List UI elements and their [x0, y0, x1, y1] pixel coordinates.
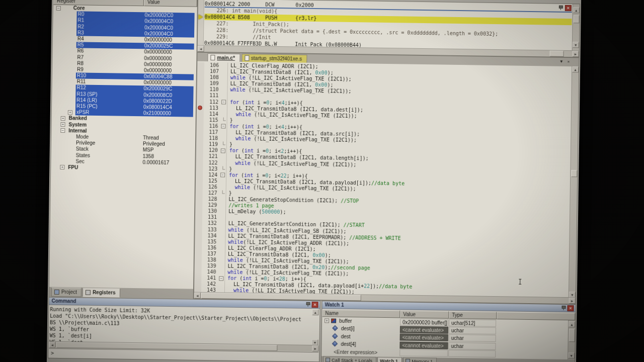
tab-startup-s[interactable]: startup_stm32f401xe.s: [242, 54, 307, 63]
tab-watch-1[interactable]: Watch 1: [377, 357, 402, 362]
scroll-up-icon[interactable]: ▲: [573, 7, 580, 13]
breakpoint-gutter[interactable]: [197, 105, 204, 111]
breakpoint-gutter[interactable]: [196, 135, 203, 141]
breakpoint-gutter[interactable]: [195, 232, 202, 238]
scrollbar-thumb[interactable]: [550, 51, 564, 57]
tree-expand-icon[interactable]: −: [56, 6, 61, 10]
register-group-label: Core: [73, 5, 85, 12]
scroll-left-icon[interactable]: ◄: [49, 342, 55, 348]
fold-gutter: −: [220, 172, 226, 178]
scroll-down-icon[interactable]: ▼: [568, 352, 575, 358]
scroll-right-icon[interactable]: ►: [572, 51, 579, 57]
fold-collapse-icon[interactable]: −: [221, 124, 225, 129]
breakpoint-icon[interactable]: [198, 106, 202, 110]
close-icon[interactable]: ×: [567, 305, 574, 311]
pin-icon[interactable]: [560, 305, 566, 311]
watch-value-cell[interactable]: 0x20000020 buffer[] "": [400, 318, 448, 326]
watch-type-cell[interactable]: uchar: [448, 342, 496, 349]
tab-main-c[interactable]: main.c*: [207, 53, 240, 62]
close-document-icon[interactable]: ×: [568, 59, 570, 64]
breakpoint-gutter[interactable]: [195, 226, 202, 232]
breakpoint-gutter[interactable]: [196, 123, 203, 129]
breakpoint-gutter[interactable]: [195, 257, 202, 263]
tree-expand-icon[interactable]: +: [60, 122, 65, 127]
breakpoint-gutter[interactable]: [195, 214, 202, 220]
breakpoint-gutter[interactable]: [195, 238, 202, 244]
tab-registers[interactable]: Registers: [83, 288, 120, 298]
breakpoint-gutter[interactable]: [195, 263, 202, 269]
value-column-header[interactable]: Value: [400, 310, 449, 318]
fold-collapse-icon[interactable]: −: [220, 173, 225, 177]
tab-project[interactable]: Project: [51, 288, 82, 297]
disassembly-margin[interactable]: [198, 0, 204, 46]
watch-type-cell[interactable]: uchar: [449, 334, 496, 342]
tab-list-chevron-icon[interactable]: ▼: [559, 59, 564, 64]
scrollbar-thumb[interactable]: [571, 170, 577, 177]
breakpoint-gutter[interactable]: [195, 245, 202, 251]
scrollbar-thumb[interactable]: [573, 15, 579, 23]
breakpoint-gutter[interactable]: [197, 80, 204, 86]
breakpoint-gutter[interactable]: [196, 171, 203, 177]
breakpoint-gutter[interactable]: [196, 159, 203, 165]
command-vertical-scrollbar[interactable]: ▲ ▼: [311, 309, 319, 345]
breakpoint-gutter[interactable]: [196, 190, 203, 196]
tree-expand-icon[interactable]: +: [61, 116, 65, 121]
watch-vertical-scrollbar[interactable]: ▲ ▼: [568, 320, 575, 359]
tree-expand-icon[interactable]: −: [60, 128, 65, 133]
watch-value-cell[interactable]: [399, 349, 448, 356]
watch-name-cell[interactable]: <Enter expression>: [321, 348, 399, 357]
breakpoint-gutter[interactable]: [196, 165, 203, 171]
scroll-up-icon[interactable]: ▲: [312, 309, 318, 315]
scroll-left-icon[interactable]: ◄: [198, 46, 204, 52]
breakpoint-gutter[interactable]: [197, 111, 204, 117]
breakpoint-gutter[interactable]: [197, 99, 204, 105]
tree-expand-icon[interactable]: +: [68, 110, 72, 115]
breakpoint-gutter[interactable]: [197, 117, 204, 123]
breakpoint-gutter[interactable]: [195, 202, 202, 208]
breakpoint-gutter[interactable]: [196, 178, 203, 184]
scroll-left-icon[interactable]: ◄: [194, 293, 201, 299]
close-icon[interactable]: ×: [311, 302, 318, 308]
breakpoint-gutter[interactable]: [197, 68, 204, 74]
breakpoint-gutter[interactable]: [197, 74, 204, 80]
scroll-up-icon[interactable]: ▲: [569, 321, 575, 327]
scroll-right-icon[interactable]: ►: [569, 298, 576, 304]
breakpoint-gutter[interactable]: [195, 251, 202, 257]
tab-call-stack-locals[interactable]: Call Stack + Locals: [323, 356, 376, 362]
breakpoint-gutter[interactable]: [195, 208, 202, 214]
breakpoint-gutter[interactable]: [196, 184, 203, 190]
breakpoint-gutter[interactable]: [195, 196, 202, 202]
pin-icon[interactable]: [558, 5, 563, 11]
close-icon[interactable]: ×: [565, 5, 572, 11]
tree-expand-icon[interactable]: +: [325, 318, 329, 323]
breakpoint-gutter[interactable]: [197, 86, 204, 93]
tab-memory-1[interactable]: Memory 1: [403, 357, 437, 362]
breakpoint-gutter[interactable]: [196, 147, 203, 153]
breakpoint-gutter[interactable]: [196, 141, 203, 147]
fold-collapse-icon[interactable]: −: [221, 148, 225, 153]
watch-value-cell[interactable]: <cannot evaluate>: [399, 341, 448, 349]
tree-expand-icon[interactable]: +: [60, 165, 64, 169]
fold-collapse-icon[interactable]: −: [219, 276, 223, 281]
pin-icon[interactable]: [305, 302, 310, 307]
watch-value-cell[interactable]: <cannot evaluate>: [400, 326, 448, 333]
breakpoint-gutter[interactable]: [197, 62, 204, 68]
breakpoint-gutter[interactable]: [197, 93, 204, 99]
watch-type-cell[interactable]: uchar: [449, 327, 496, 334]
breakpoint-gutter[interactable]: [195, 220, 202, 226]
disassembly-vertical-scrollbar[interactable]: ▲ ▼: [572, 4, 580, 51]
scrollbar-thumb[interactable]: [569, 329, 575, 342]
breakpoint-gutter[interactable]: [194, 281, 201, 287]
breakpoint-gutter[interactable]: [196, 129, 203, 135]
watch-type-cell[interactable]: uchar[512]: [449, 319, 496, 326]
breakpoint-gutter[interactable]: [196, 153, 203, 159]
fold-collapse-icon[interactable]: −: [221, 100, 226, 104]
scroll-right-icon[interactable]: ►: [312, 345, 318, 351]
type-column-header[interactable]: Type: [449, 311, 497, 319]
scroll-up-icon[interactable]: ▲: [572, 66, 579, 72]
watch-type-cell[interactable]: [448, 350, 496, 357]
breakpoint-gutter[interactable]: [194, 275, 201, 281]
watch-value-cell[interactable]: <cannot evaluate>: [400, 334, 448, 341]
breakpoint-gutter[interactable]: [194, 269, 201, 275]
scroll-down-icon[interactable]: ▼: [573, 42, 579, 48]
